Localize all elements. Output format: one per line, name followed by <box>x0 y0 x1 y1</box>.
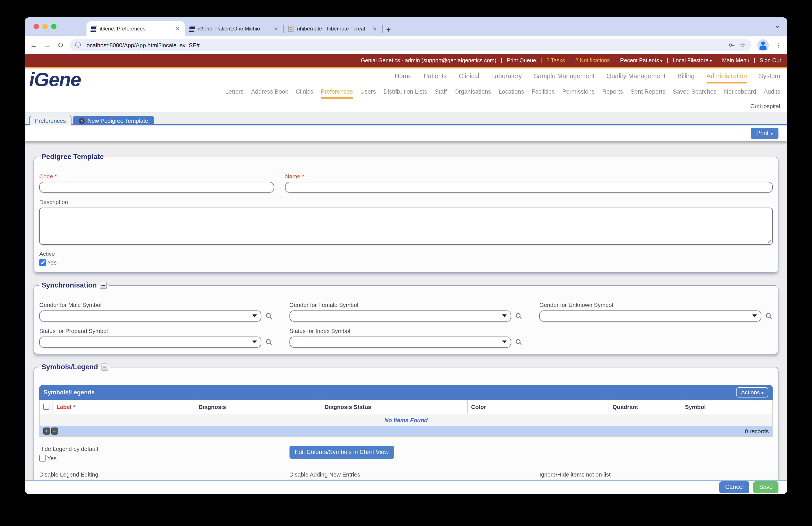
igene-favicon <box>90 26 97 32</box>
print-queue-link[interactable]: Print Queue <box>507 57 536 63</box>
nav-item-home[interactable]: Home <box>395 72 412 80</box>
close-tab-icon[interactable]: ✕ <box>273 26 279 32</box>
active-checkbox[interactable] <box>39 259 46 266</box>
add-row-button[interactable]: + <box>43 427 50 435</box>
bookmark-star-icon[interactable]: ☆ <box>740 41 746 49</box>
status-proband-label: Status for Proband Symbol <box>39 328 273 334</box>
nav-item-patients[interactable]: Patients <box>424 72 447 80</box>
nav-item-saved-searches[interactable]: Saved Searches <box>673 88 716 95</box>
recent-patients-menu[interactable]: Recent Patients▾ <box>620 57 663 63</box>
browser-tab-patient[interactable]: iGene: Patient:Ono Michio ✕ <box>185 21 283 36</box>
browser-window: iGene: Preferences ✕ iGene: Patient:Ono … <box>25 17 787 494</box>
search-icon[interactable] <box>265 312 273 320</box>
column-header-quadrant: Quadrant <box>609 400 682 414</box>
nav-item-clinics[interactable]: Clinics <box>296 88 313 95</box>
select-all-checkbox[interactable] <box>43 404 49 410</box>
browser-tab-preferences[interactable]: iGene: Preferences ✕ <box>87 21 185 36</box>
nav-item-staff[interactable]: Staff <box>435 88 447 95</box>
dropdown-arrow-icon <box>252 314 257 317</box>
nav-item-permissions[interactable]: Permissions <box>562 88 595 95</box>
main-menu-link[interactable]: Main Menu <box>722 57 750 63</box>
nav-item-facilities[interactable]: Facilities <box>532 88 555 95</box>
nav-item-noticeboard[interactable]: Noticeboard <box>724 88 756 95</box>
save-button[interactable]: Save <box>753 482 779 493</box>
search-icon[interactable] <box>765 312 773 320</box>
nav-item-address-book[interactable]: Address Book <box>251 88 288 95</box>
name-input[interactable] <box>285 182 773 193</box>
nav-item-preferences[interactable]: Preferences <box>321 88 353 95</box>
tab-search-chevron-icon[interactable]: ⌄ <box>775 22 780 30</box>
column-header-symbol: Symbol <box>682 400 753 414</box>
status-index-select[interactable] <box>289 337 511 347</box>
description-textarea[interactable] <box>39 208 773 245</box>
address-bar[interactable]: ⓘ localhost:8080/App/App.html?locale=sv_… <box>70 39 751 51</box>
status-index-label: Status for Index Symbol <box>289 328 522 334</box>
sign-out-link[interactable]: Sign Out <box>760 57 781 63</box>
profile-avatar[interactable] <box>757 39 769 51</box>
status-proband-select[interactable] <box>39 337 261 347</box>
gender-male-select[interactable] <box>39 311 261 322</box>
search-icon[interactable] <box>265 338 273 346</box>
cancel-button[interactable]: Cancel <box>719 482 749 493</box>
nav-item-locations[interactable]: Locations <box>498 88 524 95</box>
collapse-section-icon[interactable] <box>101 364 108 371</box>
nav-item-letters[interactable]: Letters <box>225 88 244 95</box>
nav-item-distribution-lists[interactable]: Distribution Lists <box>383 88 427 95</box>
tasks-link[interactable]: 2 Tasks <box>546 57 565 63</box>
notifications-link[interactable]: 2 Notifications <box>575 57 610 63</box>
tab-separator <box>382 25 382 33</box>
gender-unknown-select[interactable] <box>539 311 761 322</box>
gender-female-select[interactable] <box>289 311 511 322</box>
site-info-icon[interactable]: ⓘ <box>75 41 81 49</box>
browser-menu-icon[interactable]: ⋮ <box>775 41 782 49</box>
page-footer: Cancel Save <box>25 480 787 494</box>
minimize-window-button[interactable] <box>42 24 48 29</box>
nav-item-sample-management[interactable]: Sample Management <box>534 72 595 80</box>
traffic-lights <box>33 24 57 29</box>
print-button[interactable]: Print▾ <box>751 128 779 139</box>
nav-item-users[interactable]: Users <box>360 88 376 95</box>
nav-item-billing[interactable]: Billing <box>677 72 694 80</box>
password-key-icon[interactable] <box>727 41 736 49</box>
nav-item-audits[interactable]: Audits <box>764 88 780 95</box>
new-tab-button[interactable]: + <box>386 26 391 33</box>
dropdown-arrow-icon <box>252 341 257 343</box>
code-input[interactable] <box>39 182 274 193</box>
collapse-section-icon[interactable] <box>100 282 107 289</box>
nav-item-organisations[interactable]: Organisations <box>454 88 491 95</box>
code-label: Code * <box>39 173 274 180</box>
nav-item-system[interactable]: System <box>759 72 780 80</box>
igene-logo: iGene <box>29 69 81 90</box>
nav-item-administration[interactable]: Administration <box>707 72 747 80</box>
close-tab-icon[interactable]: ✕ <box>78 118 85 124</box>
nav-item-laboratory[interactable]: Laboratory <box>491 72 522 80</box>
reload-icon[interactable]: ↻ <box>57 41 64 49</box>
close-tab-icon[interactable]: ✕ <box>372 26 378 32</box>
actions-button[interactable]: Actions ▾ <box>736 387 768 397</box>
back-icon[interactable]: ← <box>30 41 38 49</box>
ou-hospital-link[interactable]: Hospital <box>759 103 780 110</box>
workspace-tab-new-pedigree-template[interactable]: ✕ New Pedigree Template <box>73 116 154 125</box>
browser-tabstrip: iGene: Preferences ✕ iGene: Patient:Ono … <box>25 17 787 36</box>
search-icon[interactable] <box>515 312 523 320</box>
browser-tab-nhibernate[interactable]: nhibernate - hibernate - creat ✕ <box>284 21 382 36</box>
nav-item-sent-reports[interactable]: Sent Reports <box>630 88 666 95</box>
empty-table-message: No Items Found <box>39 414 773 426</box>
nav-item-clinical[interactable]: Clinical <box>459 72 479 80</box>
workspace-tabstrip: Preferences ✕ New Pedigree Template <box>25 112 787 125</box>
close-window-button[interactable] <box>33 24 39 29</box>
close-tab-icon[interactable]: ✕ <box>175 26 180 32</box>
remove-row-button[interactable]: − <box>51 427 58 435</box>
forward-icon[interactable]: → <box>44 41 51 49</box>
edit-colours-symbols-button[interactable]: Edit Colours/Symbols in Chart View <box>289 446 394 459</box>
search-icon[interactable] <box>515 338 523 346</box>
url-text[interactable]: localhost:8080/App/App.html?locale=sv_SE… <box>85 42 723 48</box>
table-footer: + − 0 records <box>39 426 773 437</box>
zoom-window-button[interactable] <box>51 24 57 29</box>
workspace-tab-preferences[interactable]: Preferences <box>29 116 72 125</box>
nav-item-quality-management[interactable]: Quality Management <box>607 72 666 80</box>
nav-item-reports[interactable]: Reports <box>602 88 623 95</box>
hide-legend-checkbox[interactable] <box>39 455 46 461</box>
page-content: Pedigree Template Code * Name * Descript… <box>25 141 787 494</box>
local-filestore-menu[interactable]: Local Filestore▾ <box>672 57 712 63</box>
